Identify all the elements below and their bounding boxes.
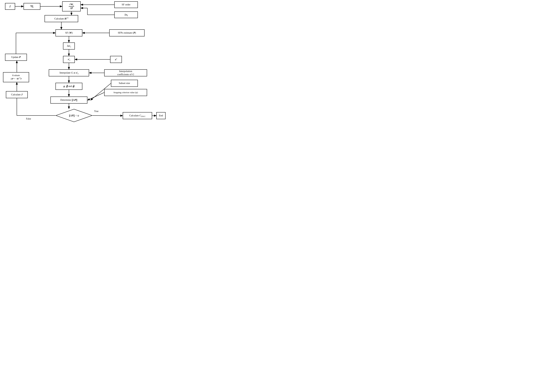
box-sf-w-label: SF (W) [65, 31, 73, 35]
box-calc-h-label: Calculate H−1 [54, 17, 68, 20]
box-sfps: SFPs estimate (P) [109, 29, 145, 37]
box-calc-j: Calculate J [6, 91, 28, 98]
box-delta-xi-prime-label: Δx′i [67, 44, 71, 48]
box-xo-label: xo [115, 58, 117, 61]
box-grad-fi-label: ∇fi [30, 5, 33, 8]
box-sf-w: SF (W) [56, 29, 82, 37]
box-interp-g-label: Interpolate G at x′i [60, 71, 78, 75]
box-interp-coef: Interpolationcoefficients of G [104, 69, 147, 76]
box-calc-h: Calculate H−1 [45, 15, 78, 22]
box-update-p: Update P [5, 54, 27, 61]
box-calc-zncc-label: Calculate CZNCC [129, 114, 146, 117]
box-g-bar-tilde: g, ḡ and g̃ [56, 83, 82, 90]
box-delta-xi-label: Δxi [124, 13, 128, 17]
box-stopping: Stopping criterion value (ψ) [104, 89, 147, 96]
box-sf-order-label: SF order [122, 3, 130, 6]
label-false: False [26, 117, 31, 120]
box-grad-fi: ∇fi [24, 3, 40, 10]
label-true: True [94, 110, 99, 113]
box-xo: xo [110, 56, 122, 63]
diamond-condition: ‖ΔP‖ < ψ [56, 109, 92, 122]
box-det-norm: Determine ‖ΔP‖ [50, 97, 87, 104]
svg-line-16 [88, 93, 104, 100]
box-delta-xi: Δxi [114, 11, 138, 18]
box-g-bar-tilde-label: g, ḡ and g̃ [63, 85, 74, 88]
box-end: End [156, 112, 166, 119]
box-interp-g: Interpolate G at x′i [49, 69, 89, 76]
box-f: f [5, 3, 15, 10]
box-interp-coef-label: Interpolationcoefficients of G [117, 70, 134, 76]
box-xi-prime-label: x′i [68, 58, 70, 61]
box-det-norm-label: Determine ‖ΔP‖ [60, 98, 77, 102]
box-evaluate-label: EvaluateΔP = −H−1J [11, 74, 22, 80]
box-calc-zncc: Calculate CZNCC [123, 112, 152, 119]
box-subset-size-label: Subset size [119, 82, 130, 85]
box-delta-xi-prime: Δx′i [63, 42, 75, 50]
box-update-p-label: Update P [11, 56, 21, 59]
diamond-label: ‖ΔP‖ < ψ [69, 114, 79, 117]
box-end-label: End [159, 114, 163, 117]
box-sfps-label: SFPs estimate (P) [118, 31, 136, 35]
box-xi-prime: x′i [63, 56, 75, 63]
box-subset-size: Subset size [111, 80, 138, 87]
box-stopping-label: Stopping criterion value (ψ) [114, 91, 138, 94]
box-f-label: f [10, 5, 11, 8]
box-evaluate: EvaluateΔP = −H−1J [3, 72, 29, 82]
box-dw-dp-label: ∂Wi ∂P [69, 3, 74, 10]
box-sf-order: SF order [114, 1, 138, 8]
box-calc-j-label: Calculate J [11, 93, 23, 96]
flowchart: f ∇fi ∂Wi ∂P Calculate H−1 SF order Δxi … [0, 0, 168, 131]
box-dw-dp: ∂Wi ∂P [62, 1, 81, 11]
